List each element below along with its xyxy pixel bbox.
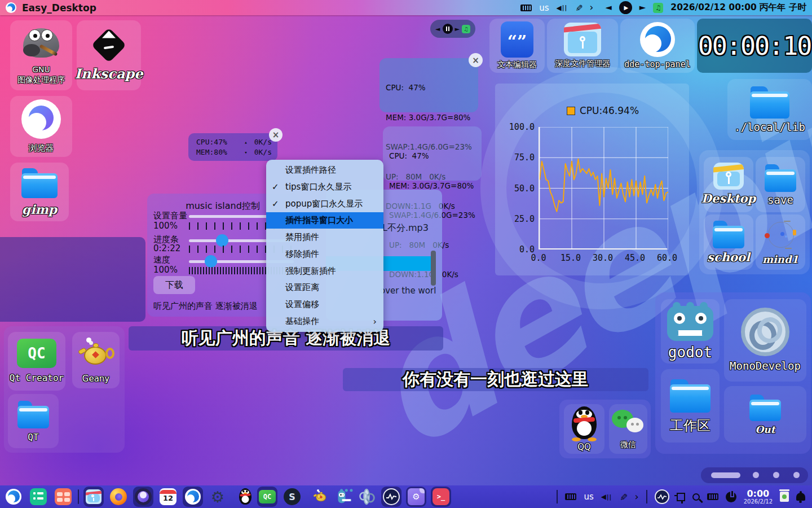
speed-slider-handle[interactable] xyxy=(205,255,217,268)
tray-clock[interactable]: 0:00 2026/2/12 xyxy=(744,489,773,505)
desktop-icon-qq[interactable]: QQ xyxy=(564,404,604,454)
up-arrow-icon: ▴ xyxy=(244,137,247,147)
dock-firefox[interactable] xyxy=(108,487,129,507)
desktop-icon-qt-folder[interactable]: QT xyxy=(8,394,59,448)
screenshot-icon[interactable] xyxy=(677,493,685,501)
volume-icon[interactable]: ◀|| xyxy=(601,493,612,501)
desktop-icon-browser[interactable]: 浏览器 xyxy=(10,96,72,157)
desktop-icon-inkscape[interactable]: Inkscape xyxy=(77,20,141,90)
dock-system-monitor[interactable] xyxy=(381,487,401,507)
dock-multitasking[interactable] xyxy=(28,487,48,507)
pager-active-page[interactable] xyxy=(711,472,740,478)
search-icon[interactable] xyxy=(692,493,700,501)
qt-folder-label: QT xyxy=(28,432,38,443)
desktop-icon-out-folder[interactable]: Out xyxy=(724,386,806,443)
dock-deepin-app[interactable] xyxy=(183,487,203,507)
dock-launcher[interactable] xyxy=(3,487,24,507)
music-note-icon[interactable]: ♫ xyxy=(462,25,470,33)
sysmon-line-cpu: CPU: 47% xyxy=(386,83,478,93)
dock-terminal[interactable]: >_ xyxy=(431,487,451,507)
top-bar-datetime[interactable]: 2026/02/12 00:00 丙午年 子时 xyxy=(670,2,806,14)
menu-item-tips-window-persist[interactable]: ✓tips窗口永久显示 xyxy=(266,179,383,195)
menu-item-plugin-guide-window-size[interactable]: 插件指导窗口大小 xyxy=(266,212,383,229)
geany-teapot-icon xyxy=(312,489,321,505)
keyboard-layout-label[interactable]: us xyxy=(539,3,549,13)
notification-bell-icon[interactable] xyxy=(796,493,805,501)
dock-app-grid[interactable] xyxy=(53,487,73,507)
dock-calendar[interactable]: 12 xyxy=(158,487,178,507)
expand-chevron-icon[interactable]: › xyxy=(635,492,639,502)
dock-file-manager[interactable] xyxy=(83,487,104,507)
desktop-icon-dde-top-panel[interactable]: dde-top-panel xyxy=(620,19,695,73)
out-folder-label: Out xyxy=(755,424,775,436)
menu-item-popup-window-persist[interactable]: ✓popup窗口永久显示 xyxy=(266,196,383,212)
desktop-icon-gimp-app[interactable]: GNU 图像处理程序 xyxy=(10,20,72,90)
desktop-icon-desktop-folder[interactable]: Desktop xyxy=(704,157,753,212)
menu-item-disable-plugin[interactable]: 禁用插件 xyxy=(266,229,383,246)
desktop-icon-save-folder[interactable]: save xyxy=(756,157,805,212)
player-popup-lyric: over the worl xyxy=(380,286,436,296)
progress-value: 0:2:22 xyxy=(153,243,180,253)
folder-icon xyxy=(17,406,49,428)
volume-icon[interactable]: ◀|| xyxy=(557,4,568,12)
play-button[interactable]: ▶ xyxy=(619,1,632,14)
dock-steam[interactable]: S xyxy=(282,487,302,507)
dock-godot[interactable] xyxy=(332,487,352,507)
dock-settings[interactable]: ⚙ xyxy=(208,487,228,507)
desktop-icon-workspace[interactable]: 工作区 xyxy=(661,369,720,443)
pager-dot[interactable] xyxy=(753,472,759,478)
menu-item-force-update-plugin[interactable]: 强制更新插件 xyxy=(266,263,383,279)
brush-icon[interactable]: ✎ xyxy=(574,4,583,11)
y-tick-label: 25.0 xyxy=(501,214,535,224)
dock-monodevelop[interactable] xyxy=(356,487,377,507)
menu-item-basic-operations[interactable]: 基础操作› xyxy=(266,313,383,330)
download-button[interactable]: 下载 xyxy=(153,276,195,294)
sysmon-close-button[interactable]: × xyxy=(469,53,483,67)
desktop-icon-geany[interactable]: Geany xyxy=(72,332,120,388)
next-track-icon[interactable]: ► xyxy=(455,26,460,32)
keyboard-layout-icon[interactable] xyxy=(565,493,576,500)
desktop-icon-mind1[interactable]: mind1 xyxy=(756,214,805,270)
dock-plugin-manager[interactable]: ⚙ xyxy=(406,487,426,507)
deepin-launcher-icon xyxy=(6,489,21,505)
dock-qq[interactable] xyxy=(232,487,253,507)
system-monitor-tray-icon[interactable] xyxy=(655,489,669,504)
scrollbar-thumb[interactable] xyxy=(431,251,436,286)
desktop-icon-school-folder[interactable]: school xyxy=(704,214,753,270)
onscreen-keyboard-icon[interactable] xyxy=(707,493,718,500)
desktop-icon-local-lib[interactable]: ./local/lib xyxy=(727,79,812,140)
power-icon[interactable] xyxy=(726,492,736,502)
desktop-icon-godot[interactable]: godot xyxy=(661,299,720,364)
trash-icon[interactable] xyxy=(780,492,789,502)
progress-slider-handle[interactable] xyxy=(216,234,228,247)
desktop-icon-file-manager[interactable]: 深度文件管理器 xyxy=(547,19,618,73)
menu-item-set-distance[interactable]: 设置距离 xyxy=(266,279,383,296)
dock-browser[interactable] xyxy=(133,487,153,507)
dock-qt-creator[interactable]: QC xyxy=(257,487,277,507)
desktop-icon-text-editor[interactable]: “” 文本编辑器 xyxy=(489,19,545,73)
pause-button[interactable] xyxy=(443,24,453,34)
sysmon-small-close-button[interactable]: × xyxy=(269,128,283,142)
tray-separator xyxy=(557,490,558,503)
menu-item-set-offset[interactable]: 设置偏移 xyxy=(266,296,383,313)
pager-dot[interactable] xyxy=(773,472,779,478)
deepin-logo-icon xyxy=(640,22,675,57)
desktop-icon-monodevelop[interactable]: MonoDevelop xyxy=(724,299,806,382)
previous-track-icon[interactable]: ◄ xyxy=(605,3,612,12)
deepin-logo-icon[interactable] xyxy=(6,2,16,13)
keyboard-layout-icon[interactable] xyxy=(520,5,532,11)
desktop-icon-qt-creator[interactable]: QC Qt Creator xyxy=(8,332,65,391)
monodevelop-icon xyxy=(363,489,370,505)
menu-item-remove-plugin[interactable]: 移除插件 xyxy=(266,246,383,262)
dock-geany[interactable] xyxy=(307,487,327,507)
next-track-icon[interactable]: ► xyxy=(639,3,646,12)
music-note-icon[interactable]: ♫ xyxy=(653,3,663,13)
expand-chevron-icon[interactable]: › xyxy=(589,3,593,12)
menu-item-set-plugin-path[interactable]: 设置插件路径 xyxy=(266,162,383,178)
pager-dot[interactable] xyxy=(793,472,800,478)
desktop-icon-wechat[interactable]: 微信 xyxy=(609,404,647,454)
brush-icon[interactable]: ✎ xyxy=(619,493,628,501)
previous-track-icon[interactable]: ◄ xyxy=(435,26,440,32)
keyboard-layout-label[interactable]: us xyxy=(584,492,593,502)
desktop-icon-gimp-folder[interactable]: gimp xyxy=(10,163,69,221)
